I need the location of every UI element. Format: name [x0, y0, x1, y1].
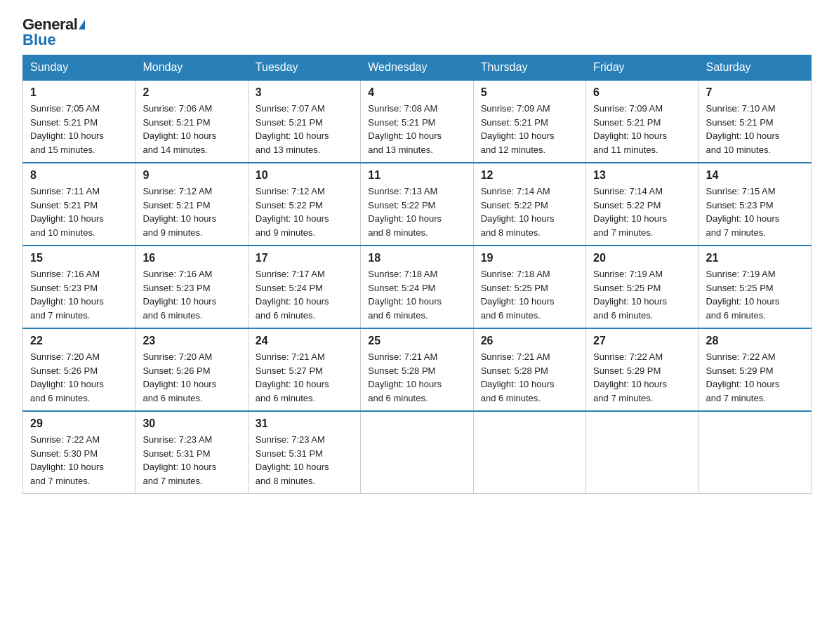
col-header-friday: Friday	[586, 55, 699, 81]
day-info: Sunrise: 7:10 AM Sunset: 5:21 PM Dayligh…	[706, 102, 804, 156]
day-info: Sunrise: 7:21 AM Sunset: 5:28 PM Dayligh…	[481, 350, 578, 405]
calendar-cell	[361, 411, 473, 494]
day-number: 19	[481, 252, 578, 264]
calendar-cell	[473, 411, 585, 494]
calendar-cell: 7 Sunrise: 7:10 AM Sunset: 5:21 PM Dayli…	[699, 80, 811, 163]
calendar-cell: 15 Sunrise: 7:16 AM Sunset: 5:23 PM Dayl…	[23, 246, 135, 328]
col-header-tuesday: Tuesday	[248, 55, 360, 81]
col-header-thursday: Thursday	[473, 55, 585, 81]
day-number: 17	[256, 252, 353, 264]
logo: General Blue	[22, 17, 85, 48]
day-number: 16	[143, 252, 240, 264]
week-row-3: 15 Sunrise: 7:16 AM Sunset: 5:23 PM Dayl…	[23, 246, 812, 328]
calendar-cell: 17 Sunrise: 7:17 AM Sunset: 5:24 PM Dayl…	[248, 246, 360, 328]
day-info: Sunrise: 7:20 AM Sunset: 5:26 PM Dayligh…	[143, 350, 240, 405]
day-number: 28	[706, 335, 804, 347]
day-info: Sunrise: 7:12 AM Sunset: 5:21 PM Dayligh…	[143, 185, 240, 239]
day-number: 24	[256, 335, 353, 347]
day-info: Sunrise: 7:12 AM Sunset: 5:22 PM Dayligh…	[256, 185, 353, 239]
calendar-cell: 11 Sunrise: 7:13 AM Sunset: 5:22 PM Dayl…	[361, 163, 473, 246]
calendar-cell: 28 Sunrise: 7:22 AM Sunset: 5:29 PM Dayl…	[699, 328, 811, 411]
day-info: Sunrise: 7:11 AM Sunset: 5:21 PM Dayligh…	[30, 185, 128, 239]
day-info: Sunrise: 7:14 AM Sunset: 5:22 PM Dayligh…	[481, 185, 578, 239]
day-number: 9	[143, 169, 240, 182]
day-info: Sunrise: 7:21 AM Sunset: 5:27 PM Dayligh…	[256, 350, 353, 405]
day-info: Sunrise: 7:17 AM Sunset: 5:24 PM Dayligh…	[256, 267, 353, 322]
day-info: Sunrise: 7:13 AM Sunset: 5:22 PM Dayligh…	[368, 185, 465, 239]
day-info: Sunrise: 7:08 AM Sunset: 5:21 PM Dayligh…	[368, 102, 465, 156]
day-number: 14	[706, 169, 804, 182]
day-info: Sunrise: 7:22 AM Sunset: 5:30 PM Dayligh…	[30, 433, 128, 488]
day-number: 7	[706, 86, 804, 99]
day-number: 27	[593, 335, 691, 347]
calendar-cell	[699, 411, 811, 494]
day-info: Sunrise: 7:16 AM Sunset: 5:23 PM Dayligh…	[30, 267, 128, 322]
col-header-wednesday: Wednesday	[361, 55, 473, 81]
day-number: 10	[256, 169, 353, 182]
day-info: Sunrise: 7:20 AM Sunset: 5:26 PM Dayligh…	[30, 350, 128, 405]
day-info: Sunrise: 7:23 AM Sunset: 5:31 PM Dayligh…	[143, 433, 240, 488]
day-info: Sunrise: 7:05 AM Sunset: 5:21 PM Dayligh…	[30, 102, 128, 156]
calendar-cell: 8 Sunrise: 7:11 AM Sunset: 5:21 PM Dayli…	[23, 163, 135, 246]
calendar-cell: 5 Sunrise: 7:09 AM Sunset: 5:21 PM Dayli…	[473, 80, 585, 163]
day-info: Sunrise: 7:18 AM Sunset: 5:24 PM Dayligh…	[368, 267, 465, 322]
day-info: Sunrise: 7:09 AM Sunset: 5:21 PM Dayligh…	[593, 102, 691, 156]
day-number: 20	[593, 252, 691, 264]
week-row-1: 1 Sunrise: 7:05 AM Sunset: 5:21 PM Dayli…	[23, 80, 812, 163]
calendar-cell: 4 Sunrise: 7:08 AM Sunset: 5:21 PM Dayli…	[361, 80, 473, 163]
logo-blue: Blue	[22, 32, 56, 48]
day-number: 23	[143, 335, 240, 347]
calendar-cell: 12 Sunrise: 7:14 AM Sunset: 5:22 PM Dayl…	[473, 163, 585, 246]
day-info: Sunrise: 7:22 AM Sunset: 5:29 PM Dayligh…	[706, 350, 804, 405]
calendar-cell: 24 Sunrise: 7:21 AM Sunset: 5:27 PM Dayl…	[248, 328, 360, 411]
week-row-5: 29 Sunrise: 7:22 AM Sunset: 5:30 PM Dayl…	[23, 411, 812, 494]
calendar-table: SundayMondayTuesdayWednesdayThursdayFrid…	[22, 55, 812, 494]
day-number: 8	[30, 169, 128, 182]
calendar-cell	[586, 411, 699, 494]
calendar-cell: 22 Sunrise: 7:20 AM Sunset: 5:26 PM Dayl…	[23, 328, 135, 411]
day-number: 4	[368, 86, 465, 99]
calendar-cell: 9 Sunrise: 7:12 AM Sunset: 5:21 PM Dayli…	[135, 163, 248, 246]
calendar-cell: 29 Sunrise: 7:22 AM Sunset: 5:30 PM Dayl…	[23, 411, 135, 494]
day-number: 11	[368, 169, 465, 182]
day-info: Sunrise: 7:06 AM Sunset: 5:21 PM Dayligh…	[143, 102, 240, 156]
col-header-saturday: Saturday	[699, 55, 811, 81]
day-info: Sunrise: 7:09 AM Sunset: 5:21 PM Dayligh…	[481, 102, 578, 156]
logo-general: General	[22, 17, 77, 32]
day-info: Sunrise: 7:16 AM Sunset: 5:23 PM Dayligh…	[143, 267, 240, 322]
day-number: 15	[30, 252, 128, 264]
day-number: 5	[481, 86, 578, 99]
week-row-4: 22 Sunrise: 7:20 AM Sunset: 5:26 PM Dayl…	[23, 328, 812, 411]
day-number: 6	[593, 86, 691, 99]
logo-triangle-icon	[79, 20, 85, 29]
calendar-cell: 21 Sunrise: 7:19 AM Sunset: 5:25 PM Dayl…	[699, 246, 811, 328]
day-info: Sunrise: 7:19 AM Sunset: 5:25 PM Dayligh…	[706, 267, 804, 322]
calendar-cell: 20 Sunrise: 7:19 AM Sunset: 5:25 PM Dayl…	[586, 246, 699, 328]
day-info: Sunrise: 7:15 AM Sunset: 5:23 PM Dayligh…	[706, 185, 804, 239]
page-header: General Blue	[22, 17, 812, 48]
calendar-cell: 16 Sunrise: 7:16 AM Sunset: 5:23 PM Dayl…	[135, 246, 248, 328]
calendar-cell: 18 Sunrise: 7:18 AM Sunset: 5:24 PM Dayl…	[361, 246, 473, 328]
day-number: 29	[30, 417, 128, 430]
day-number: 13	[593, 169, 691, 182]
calendar-cell: 19 Sunrise: 7:18 AM Sunset: 5:25 PM Dayl…	[473, 246, 585, 328]
calendar-cell: 14 Sunrise: 7:15 AM Sunset: 5:23 PM Dayl…	[699, 163, 811, 246]
calendar-cell: 3 Sunrise: 7:07 AM Sunset: 5:21 PM Dayli…	[248, 80, 360, 163]
day-number: 26	[481, 335, 578, 347]
day-number: 25	[368, 335, 465, 347]
day-number: 1	[30, 86, 128, 99]
day-info: Sunrise: 7:23 AM Sunset: 5:31 PM Dayligh…	[256, 433, 353, 488]
day-number: 31	[256, 417, 353, 430]
calendar-cell: 25 Sunrise: 7:21 AM Sunset: 5:28 PM Dayl…	[361, 328, 473, 411]
calendar-cell: 2 Sunrise: 7:06 AM Sunset: 5:21 PM Dayli…	[135, 80, 248, 163]
day-number: 22	[30, 335, 128, 347]
day-info: Sunrise: 7:19 AM Sunset: 5:25 PM Dayligh…	[593, 267, 691, 322]
calendar-cell: 23 Sunrise: 7:20 AM Sunset: 5:26 PM Dayl…	[135, 328, 248, 411]
day-info: Sunrise: 7:07 AM Sunset: 5:21 PM Dayligh…	[256, 102, 353, 156]
day-number: 3	[256, 86, 353, 99]
day-number: 18	[368, 252, 465, 264]
calendar-header-row: SundayMondayTuesdayWednesdayThursdayFrid…	[23, 55, 812, 81]
calendar-cell: 13 Sunrise: 7:14 AM Sunset: 5:22 PM Dayl…	[586, 163, 699, 246]
col-header-monday: Monday	[135, 55, 248, 81]
day-info: Sunrise: 7:22 AM Sunset: 5:29 PM Dayligh…	[593, 350, 691, 405]
